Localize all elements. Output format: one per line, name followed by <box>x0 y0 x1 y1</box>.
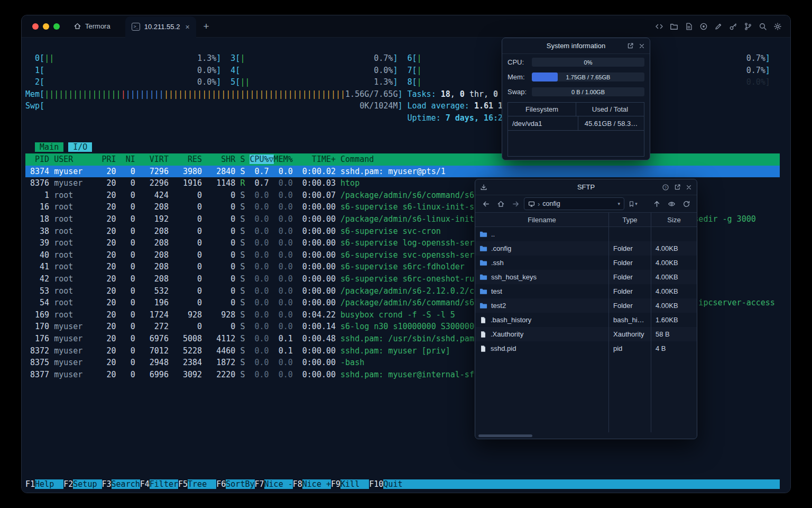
chevron-down-icon[interactable]: ▾ <box>617 201 620 206</box>
git-branch-icon <box>744 22 752 31</box>
help-icon[interactable]: ? <box>662 184 669 191</box>
back-button[interactable] <box>479 197 492 210</box>
fs-device: /dev/vda1 <box>508 116 578 130</box>
transfers-icon[interactable] <box>480 179 487 195</box>
fs-col-used-total: Used / Total <box>576 103 644 116</box>
scrollbar-thumb[interactable] <box>478 434 532 437</box>
macro-record-button[interactable] <box>698 21 709 32</box>
folder-icon <box>479 273 487 281</box>
htop-meters: 0[|| 1.3%] 3[| 0.7%] 6[| 0.7%] 1[ 0.0%] … <box>25 52 770 124</box>
chevron-right-icon: › <box>538 200 540 208</box>
tab-ssh-session[interactable]: >_ 10.211.55.2 × <box>125 16 196 38</box>
system-info-title: System information <box>547 42 605 50</box>
sftp-file-row[interactable]: .sshFolder4.00KB <box>475 256 697 270</box>
ssh-tab-label: 10.211.55.2 <box>144 23 180 31</box>
filesystem-row[interactable]: /dev/vda1 45.61GB / 58.3… <box>508 116 644 131</box>
tab-home[interactable]: Termora <box>67 15 125 37</box>
system-info-title-bar[interactable]: System information <box>502 38 650 54</box>
column-type[interactable]: Type <box>609 213 651 226</box>
search-icon <box>759 22 767 31</box>
htop-screen-tabs: Main I/O <box>25 141 92 153</box>
home-button[interactable] <box>494 197 507 210</box>
forward-button[interactable] <box>509 197 522 210</box>
computer-icon <box>528 201 535 207</box>
sftp-file-row[interactable]: .configFolder4.00KB <box>475 241 697 256</box>
folder-icon <box>479 230 487 238</box>
record-icon <box>699 22 708 31</box>
show-hidden-files-button[interactable] <box>665 197 678 210</box>
tab-bar: Termora >_ 10.211.55.2 × + <box>22 15 790 38</box>
htop-function-key-bar[interactable]: F1Help F2Setup F3SearchF4FilterF5Tree F6… <box>25 478 780 491</box>
port-forwarding-button[interactable] <box>743 21 753 32</box>
traffic-lights <box>22 23 67 30</box>
zoom-traffic-light[interactable] <box>53 23 60 30</box>
swap-label: Swap: <box>508 88 532 96</box>
termora-app-window: Termora >_ 10.211.55.2 × + 0[ <box>21 15 791 493</box>
sftp-toolbar: › config ▾ ▾ <box>475 195 697 212</box>
sftp-title: SFTP <box>577 183 595 191</box>
desktop: Termora >_ 10.211.55.2 × + 0[ <box>0 0 812 508</box>
close-icon[interactable] <box>639 43 645 49</box>
close-traffic-light[interactable] <box>32 23 39 30</box>
folder-icon <box>479 302 487 310</box>
folder-icon <box>479 287 487 295</box>
open-in-new-window-icon[interactable] <box>627 42 634 49</box>
file-icon <box>479 345 487 352</box>
sort-column-cpu[interactable]: CPU%▽ <box>250 155 273 164</box>
keys-button[interactable] <box>728 21 739 32</box>
bookmark-icon <box>628 201 635 207</box>
new-tab-button[interactable]: + <box>196 16 217 37</box>
settings-button[interactable] <box>772 21 783 32</box>
filesystem-table: Filesystem Used / Total /dev/vda1 45.61G… <box>508 102 644 157</box>
sftp-table-header: Filename Type Size <box>475 212 697 227</box>
parent-directory-button[interactable] <box>650 197 663 210</box>
file-icon <box>479 331 487 338</box>
sftp-file-row[interactable]: .XauthorityXauthority58 B <box>475 327 697 341</box>
cpu-usage-value: 0% <box>532 58 644 67</box>
mem-usage-bar: 1.75GB / 7.65GB <box>532 72 644 81</box>
svg-text:?: ? <box>665 185 667 189</box>
close-tab-icon[interactable]: × <box>185 23 189 31</box>
sftp-file-row[interactable]: .bash_historybash_hi…1.60KB <box>475 313 697 327</box>
sftp-file-row[interactable]: .. <box>475 227 697 241</box>
sftp-file-table: Filename Type Size ...configFolder4.00KB… <box>475 212 697 439</box>
sftp-file-row[interactable]: ssh_host_keysFolder4.00KB <box>475 270 697 284</box>
close-icon[interactable] <box>686 184 692 190</box>
cpu-usage-bar: 0% <box>532 58 644 67</box>
refresh-button[interactable] <box>680 197 693 210</box>
horizontal-scrollbar[interactable] <box>475 432 697 439</box>
htop-tab-main[interactable]: Main <box>35 142 63 152</box>
column-filename[interactable]: Filename <box>475 213 609 226</box>
path-breadcrumb[interactable]: › config ▾ <box>524 197 624 210</box>
chevron-down-icon: ▾ <box>635 201 638 206</box>
sftp-file-row[interactable]: testFolder4.00KB <box>475 284 697 298</box>
sftp-title-bar[interactable]: SFTP ? <box>475 179 697 195</box>
sftp-file-row[interactable]: sshd.pidpid4 B <box>475 341 697 356</box>
htop-tab-io[interactable]: I/O <box>68 142 92 152</box>
minimize-traffic-light[interactable] <box>43 23 49 30</box>
code-snippets-button[interactable] <box>654 21 665 32</box>
folder-icon <box>479 259 487 267</box>
process-row-selected[interactable]: 8374 myuser 20 0 7296 3980 2840 S 0.7 0.… <box>25 166 780 178</box>
edit-button[interactable] <box>713 21 724 32</box>
refresh-icon <box>682 200 690 208</box>
fs-usage: 45.61GB / 58.3… <box>578 116 644 130</box>
open-in-new-window-icon[interactable] <box>674 184 681 190</box>
mem-usage-value: 1.75GB / 7.65GB <box>532 72 644 81</box>
search-button[interactable] <box>758 21 768 32</box>
system-information-panel: System information CPU: 0% Mem: <box>502 38 650 160</box>
file-manager-button[interactable] <box>669 21 679 32</box>
sftp-file-row[interactable]: test2Folder4.00KB <box>475 298 697 313</box>
folder-icon <box>670 22 678 31</box>
gear-icon <box>773 22 782 31</box>
eye-icon <box>668 200 676 208</box>
file-icon <box>479 316 487 324</box>
log-viewer-button[interactable] <box>684 21 694 32</box>
bookmarks-button[interactable]: ▾ <box>626 197 639 210</box>
pencil-icon <box>714 22 723 31</box>
column-size[interactable]: Size <box>651 213 697 226</box>
swap-usage-bar: 0 B / 1.00GB <box>532 87 644 96</box>
folder-icon <box>479 244 487 252</box>
process-table-header[interactable]: PID USER PRI NI VIRT RES SHR S CPU%▽MEM%… <box>25 153 780 166</box>
current-directory: config <box>542 200 560 207</box>
